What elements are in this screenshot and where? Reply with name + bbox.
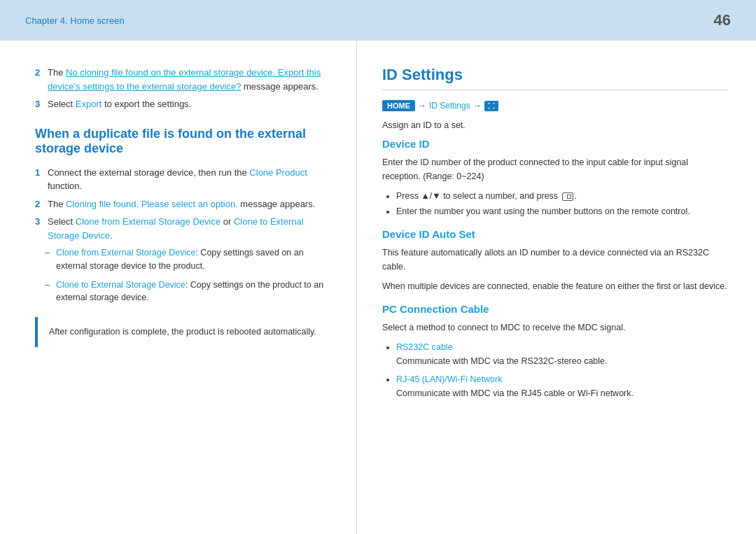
rs232c-link[interactable]: RS232C cable: [396, 342, 453, 352]
bullet1-arrows: ▲/▼: [421, 191, 440, 201]
auto-body-1: This feature automatically allots an ID …: [382, 246, 728, 274]
dash-item-1: – Clone from External Storage Device: Co…: [45, 246, 328, 273]
step-3-text: Select Export to export the settings.: [48, 97, 328, 111]
breadcrumb-arrow-1: →: [418, 101, 426, 111]
chapter-label: Chapter 4. Home screen: [25, 15, 125, 26]
right-column: ID Settings HOME → ID Settings → ⛶ Assig…: [357, 41, 756, 534]
device-id-heading: Device ID: [382, 138, 728, 150]
step-2-text: The No cloning file found on the externa…: [48, 66, 328, 93]
sub-step-3-row: 3 Select Clone from External Storage Dev…: [35, 215, 328, 242]
sub2-prefix: The: [48, 199, 66, 209]
dash-1-text: Clone from External Storage Device: Copy…: [56, 246, 328, 273]
sub1-prefix: Connect the external storage device, the…: [48, 167, 249, 178]
breadcrumb-arrow-2: →: [473, 101, 482, 111]
device-id-bullets: Press ▲/▼ to select a number, and press …: [396, 189, 728, 218]
sub-step-1-number: 1: [35, 166, 48, 193]
pc-body: Select a method to connect to MDC to rec…: [382, 321, 728, 335]
sub-step-2-row: 2 The Cloning file found. Please select …: [35, 197, 328, 211]
step-3-prefix: Select: [48, 99, 76, 109]
sub3-end: .: [110, 230, 113, 241]
step-2-suffix: message appears.: [244, 81, 318, 92]
sub2-suffix: message appears.: [238, 199, 316, 209]
step-3-row: 3 Select Export to export the settings.: [35, 97, 328, 111]
assign-text: Assign an ID to a set.: [382, 118, 728, 132]
page: Chapter 4. Home screen 46 2 The No cloni…: [0, 0, 756, 534]
dash-item-2: – Clone to External Storage Device: Copy…: [45, 279, 328, 305]
note-box: After configuration is complete, the pro…: [35, 317, 328, 347]
note-text: After configuration is complete, the pro…: [49, 327, 316, 337]
pc-connection-heading: PC Connection Cable: [382, 303, 728, 315]
id-settings-heading: ID Settings: [382, 66, 728, 84]
duplicate-file-heading: When a duplicate file is found on the ex…: [35, 127, 328, 156]
bullet-rs232c: RS232C cable Communicate with MDC via th…: [396, 340, 728, 368]
rj45-link[interactable]: RJ-45 (LAN)/Wi-Fi Network: [396, 374, 502, 384]
sub3-or: or: [220, 216, 234, 227]
sub-step-2-number: 2: [35, 197, 48, 211]
step-2-row: 2 The No cloning file found on the exter…: [35, 66, 328, 93]
cloning-found-link[interactable]: Cloning file found. Please select an opt…: [66, 199, 238, 209]
sub-step-2-text: The Cloning file found. Please select an…: [48, 197, 328, 211]
bullet-number: Enter the number you want using the numb…: [396, 204, 728, 218]
clone-from-storage-link[interactable]: Clone from External Storage Device: [56, 248, 195, 258]
device-id-auto-heading: Device ID Auto Set: [382, 228, 728, 240]
step-3-suffix: to export the settings.: [102, 99, 191, 109]
main-content: 2 The No cloning file found on the exter…: [0, 41, 756, 534]
enter-button-icon: [562, 192, 573, 201]
page-number: 46: [714, 11, 731, 29]
sub-step-1-row: 1 Connect the external storage device, t…: [35, 166, 328, 193]
bullet1-pre: Press: [396, 191, 421, 201]
dash-2-symbol: –: [45, 279, 56, 305]
device-id-body: Enter the ID number of the product conne…: [382, 155, 728, 183]
step-2-number: 2: [35, 66, 48, 93]
dash-2-text: Clone to External Storage Device: Copy s…: [56, 279, 328, 305]
sub1-suffix: function.: [48, 181, 82, 191]
sub-step-1-text: Connect the external storage device, the…: [48, 166, 328, 193]
dash-1-symbol: –: [45, 246, 56, 273]
left-column: 2 The No cloning file found on the exter…: [0, 41, 357, 534]
breadcrumb-bar: HOME → ID Settings → ⛶: [382, 100, 728, 111]
export-link[interactable]: Export: [76, 99, 102, 109]
auto-body-2: When multiple devices are connected, ena…: [382, 279, 728, 293]
top-bar: Chapter 4. Home screen: [0, 0, 756, 41]
breadcrumb-id-settings[interactable]: ID Settings: [429, 101, 470, 111]
clone-to-storage-link[interactable]: Clone to External Storage Device: [56, 280, 186, 290]
sub3-prefix: Select: [48, 216, 76, 227]
sub-step-3-number: 3: [35, 215, 48, 242]
pc-connection-bullets: RS232C cable Communicate with MDC via th…: [396, 340, 728, 400]
bullet-press: Press ▲/▼ to select a number, and press …: [396, 189, 728, 203]
heading-divider: [382, 90, 728, 90]
sub-step-3-text: Select Clone from External Storage Devic…: [48, 215, 328, 242]
bullet-rj45: RJ-45 (LAN)/Wi-Fi Network Communicate wi…: [396, 372, 728, 400]
breadcrumb-home: HOME: [382, 100, 415, 111]
bullet1-post: to select a number, and press: [441, 191, 558, 201]
clone-product-link[interactable]: Clone Product: [249, 167, 307, 178]
breadcrumb-icon: ⛶: [484, 101, 498, 111]
step-3-number: 3: [35, 97, 48, 111]
rs232c-desc: Communicate with MDC via the RS232C-ster…: [396, 356, 608, 366]
rj45-desc: Communicate with MDC via the RJ45 cable …: [396, 388, 634, 398]
clone-from-link[interactable]: Clone from External Storage Device: [76, 216, 220, 227]
